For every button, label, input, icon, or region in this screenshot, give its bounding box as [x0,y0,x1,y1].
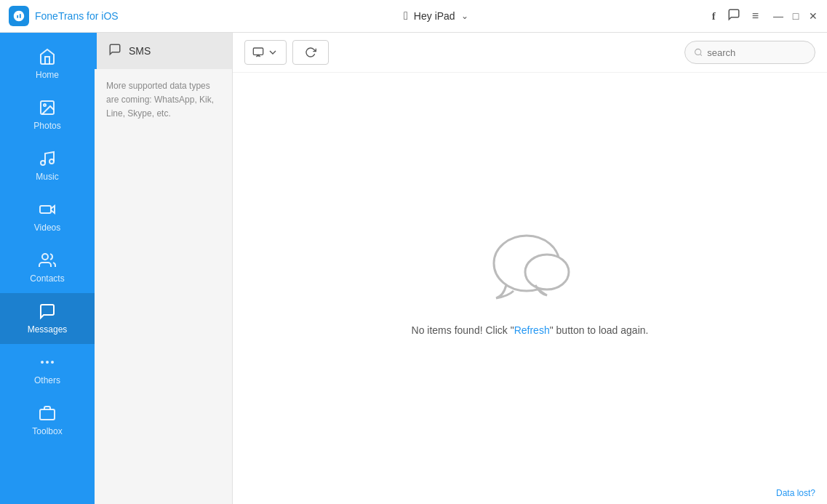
facebook-icon[interactable]: f [712,10,716,23]
sidebar-item-messages[interactable]: Messages [0,293,95,344]
device-name: Hey iPad [414,10,455,22]
minimize-button[interactable]: — [773,11,783,21]
svg-rect-10 [253,48,263,55]
sidebar-item-home[interactable]: Home [0,39,95,89]
svg-rect-4 [40,206,51,213]
data-lost-link[interactable]: Data lost? [776,488,815,498]
svg-point-15 [525,255,569,289]
sms-list-item[interactable]: SMS [95,33,232,69]
sidebar-item-photos[interactable]: Photos [0,89,95,140]
sidebar: Home Photos Music Videos [0,33,95,504]
sms-label: SMS [129,45,151,57]
sms-icon [108,43,121,59]
svg-point-2 [41,161,45,165]
apple-icon:  [404,9,408,23]
menu-icon[interactable]: ≡ [752,9,759,23]
svg-point-3 [49,159,54,164]
svg-rect-9 [40,409,55,420]
window-controls: — □ ✕ [773,11,818,21]
main-area: No items found! Click "Refresh" button t… [233,33,827,504]
app-branding: FoneTrans for iOS [0,6,160,26]
sidebar-item-toolbox[interactable]: Toolbox [0,395,95,446]
empty-text-before: No items found! Click " [412,324,514,336]
maximize-button[interactable]: □ [791,11,801,21]
svg-line-13 [700,54,702,55]
title-bar: FoneTrans for iOS  Hey iPad ⌄ f ≡ — □ ✕ [0,0,827,33]
empty-text-after: " button to load again. [550,324,649,336]
empty-state: No items found! Click "Refresh" button t… [233,73,827,482]
empty-icon [483,220,578,310]
sidebar-item-music[interactable]: Music [0,140,95,191]
sidebar-item-others[interactable]: Others [0,344,95,395]
close-button[interactable]: ✕ [808,11,818,21]
refresh-link[interactable]: Refresh [514,324,550,336]
search-input[interactable] [707,47,806,58]
data-lost-footer: Data lost? [233,482,827,504]
search-icon [694,47,703,57]
chat-icon[interactable] [727,8,740,24]
main-layout: Home Photos Music Videos [0,33,827,504]
refresh-button[interactable] [292,40,329,65]
svg-point-6 [47,361,48,363]
svg-point-12 [695,49,701,55]
content-panel: SMS More supported data types are coming… [95,33,827,504]
sidebar-item-contacts[interactable]: Contacts [0,242,95,293]
device-dropdown-icon[interactable]: ⌄ [461,11,468,21]
sidebar-item-videos[interactable]: Videos [0,191,95,242]
toolbar [233,33,827,73]
svg-point-5 [42,254,48,260]
svg-point-8 [41,361,43,363]
list-panel: SMS More supported data types are coming… [95,33,233,504]
coming-soon-text: More supported data types are coming: Wh… [95,69,232,132]
svg-point-1 [44,104,46,106]
empty-message: No items found! Click "Refresh" button t… [412,324,649,336]
device-info:  Hey iPad ⌄ [160,9,712,23]
app-title: FoneTrans for iOS [35,10,119,22]
export-to-pc-button[interactable] [244,40,287,65]
search-box[interactable] [684,41,815,64]
svg-point-7 [52,361,53,363]
app-logo [9,6,29,26]
window-controls-area: f ≡ — □ ✕ [712,8,827,24]
